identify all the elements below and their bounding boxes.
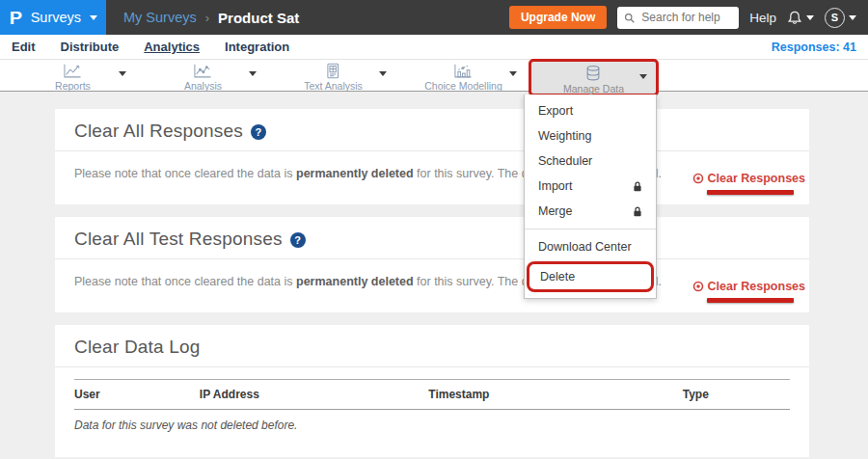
chevron-down-icon[interactable] [639, 74, 647, 79]
menu-item-label: Import [538, 179, 572, 193]
header-right-cluster: Upgrade Now Help S [509, 6, 868, 29]
account-menu[interactable]: S [825, 8, 856, 28]
menu-item-merge[interactable]: Merge [525, 199, 656, 224]
note-bold: permanently deleted [296, 167, 414, 180]
responses-count-badge[interactable]: Responses: 41 [772, 40, 856, 54]
card-header: Clear All Test Responses ? [55, 217, 809, 259]
card-header: Clear All Responses ? [55, 109, 809, 151]
lock-icon [633, 206, 642, 217]
chevron-down-icon[interactable] [509, 71, 517, 76]
lock-icon [633, 181, 642, 192]
manage-data-dropdown-menu: Export Weighting Scheduler Import Merge … [524, 94, 657, 299]
breadcrumb-my-surveys[interactable]: My Surveys [123, 10, 197, 25]
clear-circle-icon [692, 281, 704, 292]
menu-item-label: Download Center [538, 240, 632, 254]
annotation-underline [707, 190, 794, 195]
card-header: Clear Data Log [55, 325, 809, 367]
chevron-down-icon[interactable] [119, 71, 126, 76]
scatter-chart-icon [192, 63, 213, 79]
menu-item-label: Export [538, 104, 573, 118]
note-prefix: Please note that once cleared the data i… [74, 167, 296, 180]
menu-item-label: Scheduler [538, 154, 592, 168]
clear-test-responses-link[interactable]: Clear Responses [692, 280, 805, 293]
menu-item-label: Delete [540, 270, 575, 284]
clear-data-log-card: Clear Data Log User IP Address Timestamp… [55, 325, 809, 457]
menu-item-label: Weighting [538, 129, 591, 143]
annotation-underline [707, 298, 794, 303]
data-log-table: User IP Address Timestamp Type [74, 379, 790, 410]
menu-item-delete[interactable]: Delete [527, 261, 654, 292]
column-header-type: Type [683, 380, 790, 410]
section-title: Clear Data Log [74, 337, 201, 358]
note-prefix: Please note that once cleared the data i… [74, 275, 296, 288]
tab-edit[interactable]: Edit [12, 40, 36, 54]
table-header-row: User IP Address Timestamp Type [74, 380, 790, 410]
questionpro-logo-icon: P [10, 9, 22, 27]
clear-responses-link[interactable]: Clear Responses [692, 172, 805, 185]
menu-item-weighting[interactable]: Weighting [525, 123, 656, 148]
search-input[interactable] [639, 10, 732, 25]
upgrade-now-button[interactable]: Upgrade Now [509, 6, 607, 29]
toolbar-reports-button[interactable]: Reports [8, 60, 138, 91]
help-question-icon[interactable]: ? [251, 124, 266, 140]
toolbar-manage-data-button[interactable]: Manage Data [529, 59, 659, 96]
help-search-box[interactable] [617, 7, 739, 29]
menu-item-import[interactable]: Import [525, 174, 656, 199]
breadcrumb-current-survey: Product Sat [218, 10, 299, 26]
toolbar-label: Text Analysis [304, 80, 363, 92]
toolbar-analysis-button[interactable]: Analysis [138, 60, 268, 91]
help-link[interactable]: Help [749, 11, 776, 25]
menu-item-download-center[interactable]: Download Center [525, 234, 656, 259]
page: P Surveys My Surveys › Product Sat Upgra… [0, 0, 868, 459]
help-question-icon[interactable]: ? [290, 232, 306, 248]
line-chart-icon [62, 63, 83, 79]
clear-responses-label: Clear Responses [708, 280, 805, 293]
top-header-bar: P Surveys My Surveys › Product Sat Upgra… [0, 0, 868, 35]
toolbar-label: Reports [55, 80, 91, 92]
chevron-down-icon[interactable] [249, 71, 257, 76]
spacer [0, 312, 868, 325]
toolbar-choice-modelling-button[interactable]: Choice Modelling [398, 60, 529, 91]
breadcrumb: My Surveys › Product Sat [123, 10, 299, 26]
chevron-down-icon[interactable] [379, 71, 387, 76]
document-table-icon [324, 63, 341, 79]
main-content: Clear All Responses ? Please note that o… [0, 92, 868, 459]
tab-analytics[interactable]: Analytics [144, 40, 200, 54]
chevron-down-icon [90, 15, 97, 20]
section-title: Clear All Responses [74, 121, 243, 142]
notifications-menu[interactable] [787, 10, 814, 26]
section-title: Clear All Test Responses [74, 229, 283, 250]
bar-chart-icon [452, 63, 474, 79]
avatar: S [825, 8, 845, 28]
clear-all-test-responses-card: Clear All Test Responses ? Please note t… [55, 217, 809, 312]
column-header-timestamp: Timestamp [428, 380, 682, 410]
toolbar-label: Analysis [184, 80, 222, 92]
search-icon [624, 12, 635, 24]
clear-all-responses-card: Clear All Responses ? Please note that o… [55, 109, 809, 204]
column-header-ip-address: IP Address [200, 380, 428, 410]
chevron-down-icon [806, 15, 814, 20]
toolbar-label: Manage Data [563, 83, 624, 94]
bell-icon [787, 10, 802, 26]
card-body: Please note that once cleared the data i… [55, 259, 809, 312]
survey-nav-bar: Edit Distribute Analytics Integration Re… [0, 35, 868, 60]
menu-item-scheduler[interactable]: Scheduler [525, 148, 656, 174]
toolbar-text-analysis-button[interactable]: Text Analysis [268, 60, 398, 91]
surveys-app-menu[interactable]: P Surveys [0, 0, 106, 35]
database-icon [583, 65, 603, 82]
empty-log-message: Data for this survey was not deleted bef… [74, 410, 790, 436]
analytics-toolbar: Reports Analysis [0, 60, 868, 92]
tab-distribute[interactable]: Distribute [61, 40, 120, 54]
menu-item-export[interactable]: Export [525, 98, 656, 123]
card-body: Please note that once cleared the data i… [55, 151, 809, 204]
clear-circle-icon [692, 173, 704, 184]
column-header-user: User [74, 380, 200, 410]
toolbar-label: Choice Modelling [424, 80, 502, 92]
chevron-down-icon [849, 15, 856, 20]
menu-item-label: Merge [538, 204, 572, 218]
clear-responses-label: Clear Responses [708, 172, 805, 185]
tab-integration[interactable]: Integration [225, 40, 289, 54]
note-bold: permanently deleted [296, 275, 414, 288]
breadcrumb-separator: › [205, 11, 209, 25]
menu-divider [525, 229, 656, 230]
